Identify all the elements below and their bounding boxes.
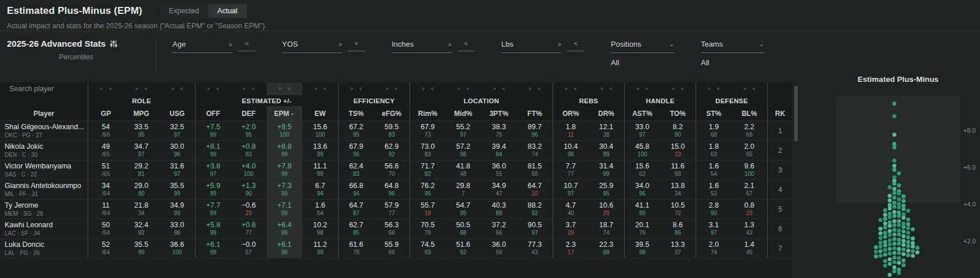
- epm-dot[interactable]: [883, 248, 887, 252]
- epm-dot[interactable]: [902, 258, 906, 262]
- sort-max-icon[interactable]: <: [681, 86, 684, 92]
- sort-max-icon[interactable]: <: [395, 86, 398, 92]
- epm-dot[interactable]: [902, 247, 906, 251]
- epm-dot[interactable]: [892, 182, 896, 186]
- epm-dot[interactable]: [892, 159, 896, 163]
- sort-max-icon[interactable]: <: [359, 86, 362, 92]
- epm-dot[interactable]: [911, 245, 915, 249]
- sort-min-icon[interactable]: >: [743, 86, 746, 92]
- epm-dot[interactable]: [902, 194, 906, 198]
- epm-dot[interactable]: [892, 246, 896, 250]
- sort-max-icon[interactable]: <: [467, 86, 470, 92]
- sort-min-icon[interactable]: >: [171, 86, 174, 92]
- epm-dot[interactable]: [874, 254, 878, 258]
- column-header-3pt[interactable]: 3PT%: [481, 106, 517, 121]
- greater-than-icon[interactable]: >: [229, 41, 232, 48]
- epm-dot[interactable]: [897, 183, 901, 187]
- column-header-off[interactable]: OFF: [195, 106, 231, 121]
- epm-dot[interactable]: [897, 171, 901, 175]
- epm-dot[interactable]: [888, 215, 892, 219]
- table-row[interactable]: Victor WembanyamaSAS · C · 2251/6529.281…: [0, 160, 793, 180]
- epm-dot[interactable]: [892, 102, 896, 106]
- sort-min-icon[interactable]: >: [385, 86, 388, 92]
- sort-controls-mid[interactable]: ><: [445, 82, 481, 95]
- epm-dot[interactable]: [888, 185, 892, 189]
- epm-dot[interactable]: [892, 219, 896, 223]
- player-cell[interactable]: Kawhi LeonardLAC · SF · 34: [0, 219, 88, 238]
- epm-dot[interactable]: [906, 253, 910, 257]
- epm-dot[interactable]: [883, 217, 887, 221]
- epm-dot[interactable]: [906, 244, 910, 248]
- column-header-or[interactable]: OR%: [553, 106, 588, 121]
- greater-than-icon[interactable]: >: [558, 41, 561, 48]
- sort-max-icon[interactable]: <: [252, 86, 255, 92]
- sort-min-icon[interactable]: >: [242, 86, 245, 92]
- epm-dot[interactable]: [892, 242, 896, 246]
- dropdown-toggle-positions[interactable]: Positions⌄: [611, 40, 674, 53]
- epm-dot[interactable]: [897, 191, 901, 196]
- sort-max-icon[interactable]: <: [431, 86, 434, 92]
- table-row[interactable]: Kawhi LeonardLAC · SF · 3450/6432.49233.…: [0, 219, 793, 239]
- epm-dot[interactable]: [888, 262, 892, 266]
- epm-dot[interactable]: [892, 232, 896, 236]
- column-header-ast[interactable]: AST%: [624, 106, 660, 121]
- epm-dot[interactable]: [883, 253, 887, 257]
- epm-dot[interactable]: [892, 145, 896, 149]
- epm-dot[interactable]: [883, 235, 887, 239]
- sort-controls-st[interactable]: ><: [696, 82, 731, 95]
- epm-dot[interactable]: [902, 234, 906, 238]
- column-header-mpg[interactable]: MPG: [123, 106, 159, 121]
- range-filter-max-input[interactable]: <: [348, 40, 365, 51]
- sort-max-icon[interactable]: <: [574, 86, 577, 92]
- epm-dot[interactable]: [906, 249, 910, 253]
- sort-controls-off[interactable]: ><: [195, 82, 231, 95]
- sort-controls-ew[interactable]: ><: [302, 82, 338, 95]
- epm-dot[interactable]: [897, 238, 901, 242]
- epm-dot[interactable]: [911, 227, 915, 231]
- sort-min-icon[interactable]: >: [207, 86, 210, 92]
- epm-dot[interactable]: [897, 228, 901, 232]
- sort-controls-3pt[interactable]: ><: [481, 82, 517, 95]
- sort-max-icon[interactable]: <: [288, 86, 291, 92]
- epm-dot[interactable]: [888, 229, 892, 233]
- sort-controls-or[interactable]: ><: [553, 82, 588, 95]
- column-header-ts[interactable]: TS%: [338, 106, 374, 121]
- column-header-player[interactable]: Player: [0, 106, 88, 121]
- tab-actual[interactable]: Actual: [208, 4, 247, 18]
- range-filter-min-input[interactable]: Lbs>: [501, 40, 561, 53]
- epm-dot[interactable]: [902, 252, 906, 256]
- range-filter-max-input[interactable]: <: [567, 40, 584, 51]
- sort-max-icon[interactable]: <: [717, 86, 720, 92]
- column-header-efg[interactable]: eFG%: [374, 106, 410, 121]
- epm-dot[interactable]: [888, 247, 892, 251]
- table-scrollbar[interactable]: [793, 82, 799, 278]
- epm-dot[interactable]: [892, 223, 896, 227]
- epm-dot[interactable]: [897, 251, 901, 255]
- scrollbar-thumb[interactable]: [794, 86, 798, 141]
- epm-dot[interactable]: [906, 217, 910, 221]
- epm-dot[interactable]: [888, 242, 892, 246]
- epm-dot[interactable]: [906, 209, 910, 213]
- table-row[interactable]: Ty JeromeMEM · SG · 2811/6421.83434.999+…: [0, 200, 793, 219]
- epm-dot[interactable]: [902, 243, 906, 247]
- sort-max-icon[interactable]: <: [324, 86, 326, 92]
- epm-dot[interactable]: [888, 251, 892, 256]
- epm-dot[interactable]: [906, 231, 910, 235]
- epm-dot[interactable]: [888, 206, 892, 211]
- greater-than-icon[interactable]: >: [448, 41, 452, 48]
- epm-dot[interactable]: [892, 260, 896, 264]
- epm-dot[interactable]: [911, 249, 915, 253]
- sort-controls-def[interactable]: ><: [231, 82, 266, 95]
- epm-dot[interactable]: [911, 254, 915, 258]
- epm-dot[interactable]: [878, 254, 883, 258]
- epm-dot[interactable]: [883, 264, 887, 268]
- sort-controls-dr[interactable]: ><: [588, 82, 624, 95]
- epm-dot[interactable]: [897, 197, 901, 201]
- column-header-to[interactable]: TO%: [660, 106, 696, 121]
- sort-controls-bl[interactable]: ><: [731, 82, 767, 95]
- epm-dot[interactable]: [888, 194, 892, 198]
- epm-dot[interactable]: [892, 168, 896, 172]
- column-header-rim[interactable]: Rim%: [410, 106, 445, 121]
- epm-dot[interactable]: [906, 235, 910, 239]
- epm-dot[interactable]: [883, 243, 887, 247]
